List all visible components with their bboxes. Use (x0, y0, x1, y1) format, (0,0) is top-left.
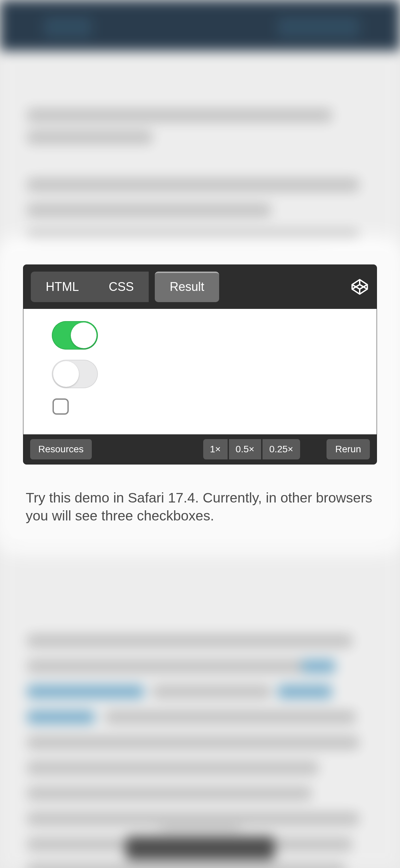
codepen-logo-icon[interactable] (350, 277, 369, 296)
embed-result-pane (23, 309, 377, 434)
tab-html[interactable]: HTML (31, 272, 94, 302)
switch-knob (71, 322, 97, 348)
resources-button[interactable]: Resources (30, 439, 92, 459)
zoom-group: 1× 0.5× 0.25× (203, 439, 300, 459)
demo-embed-card: HTML CSS Result Reso (9, 251, 391, 539)
switch-knob (53, 361, 79, 387)
embed-tab-bar: HTML CSS Result (23, 265, 377, 309)
embed-footer: Resources 1× 0.5× 0.25× Rerun (23, 434, 377, 464)
tab-css[interactable]: CSS (94, 272, 149, 302)
checkbox-unchecked[interactable] (52, 398, 69, 415)
rerun-button[interactable]: Rerun (327, 439, 370, 459)
zoom-025x-button[interactable]: 0.25× (262, 439, 300, 459)
switch-off[interactable] (52, 360, 98, 388)
tab-result[interactable]: Result (155, 272, 219, 302)
zoom-1x-button[interactable]: 1× (203, 439, 228, 459)
zoom-05x-button[interactable]: 0.5× (229, 439, 261, 459)
codepen-embed: HTML CSS Result Reso (23, 264, 377, 465)
switch-on[interactable] (52, 321, 98, 350)
embed-caption: Try this demo in Safari 17.4. Currently,… (23, 489, 377, 525)
